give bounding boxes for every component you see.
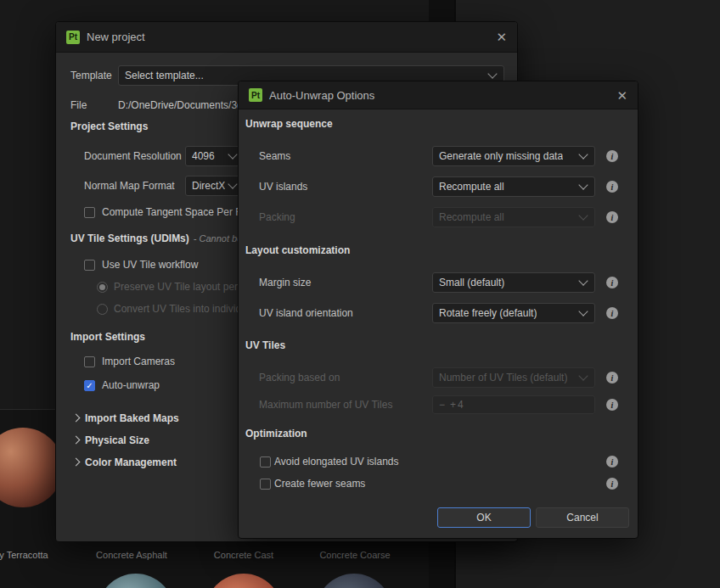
plus-icon: + <box>450 399 456 411</box>
close-icon[interactable]: ✕ <box>616 89 627 102</box>
file-label: File <box>70 95 87 115</box>
margin-size-select[interactable]: Small (default) <box>432 272 595 293</box>
max-uv-tiles-label: Maximum number of UV Tiles <box>259 395 392 415</box>
uv-tile-settings-header-text: UV Tile Settings (UDIMs) <box>70 232 189 244</box>
chevron-right-icon <box>72 436 81 445</box>
uv-tile-settings-header: UV Tile Settings (UDIMs)- Cannot be c <box>70 232 250 245</box>
chevron-down-icon <box>578 210 588 220</box>
use-uv-tile-label: Use UV Tile workflow <box>102 255 198 275</box>
chevron-down-icon <box>228 179 237 188</box>
auto-unwrap-titlebar: Pt Auto-Unwrap Options ✕ <box>239 81 638 109</box>
import-cameras-label: Import Cameras <box>102 351 175 372</box>
packing-based-on-label: Packing based on <box>259 367 340 388</box>
auto-unwrap-label: Auto-unwrap <box>102 375 160 395</box>
uv-tiles-header: UV Tiles <box>245 339 285 352</box>
shelf-label: Concrete Coarse <box>300 550 410 562</box>
auto-unwrap-checkbox[interactable]: ✓ <box>84 380 95 391</box>
convert-uv-tiles-radio <box>97 304 108 315</box>
cancel-button[interactable]: Cancel <box>536 507 629 528</box>
chevron-down-icon <box>487 69 497 78</box>
normal-map-format-label: Normal Map Format <box>84 176 175 196</box>
normal-map-format-value: DirectX <box>192 180 225 192</box>
document-resolution-value: 4096 <box>192 150 215 162</box>
create-fewer-seams-label: Create fewer seams <box>274 473 365 494</box>
import-settings-header: Import Settings <box>70 330 145 344</box>
chevron-down-icon <box>578 276 588 285</box>
info-icon[interactable]: i <box>606 307 618 319</box>
group-physical-size[interactable]: Physical Size <box>85 434 149 447</box>
new-project-titlebar: Pt New project ✕ <box>56 22 517 53</box>
info-icon[interactable]: i <box>606 277 618 288</box>
info-icon[interactable]: i <box>606 399 618 411</box>
packing-select-value: Recompute all <box>439 211 504 223</box>
info-icon[interactable]: i <box>606 478 618 490</box>
avoid-elongated-label: Avoid elongated UV islands <box>274 451 399 472</box>
minus-icon: − <box>439 399 445 411</box>
layout-customization-header: Layout customization <box>245 244 350 257</box>
uv-islands-select-value: Recompute all <box>439 181 504 193</box>
packing-based-on-select-value: Number of UV Tiles (default) <box>439 372 567 384</box>
info-icon[interactable]: i <box>606 211 618 223</box>
app-root: y Terracotta Concrete Asphalt Concrete C… <box>0 0 720 588</box>
uv-island-orientation-label: UV island orientation <box>259 303 353 323</box>
margin-size-select-value: Small (default) <box>439 277 504 288</box>
optimization-header: Optimization <box>245 427 307 440</box>
template-select-value: Select template... <box>125 70 204 81</box>
shelf-label: Concrete Asphalt <box>76 550 187 562</box>
preserve-uv-layout-label: Preserve UV Tile layout per m <box>114 277 249 297</box>
chevron-right-icon <box>72 458 81 467</box>
packing-label: Packing <box>259 207 295 227</box>
shelf-label: Concrete Cast <box>188 550 299 562</box>
compute-tangent-checkbox[interactable] <box>84 207 95 218</box>
template-label: Template <box>70 65 112 86</box>
document-resolution-select[interactable]: 4096 <box>185 146 245 166</box>
auto-unwrap-options-dialog: Pt Auto-Unwrap Options ✕ Unwrap sequence… <box>238 81 638 539</box>
project-settings-header: Project Settings <box>70 120 148 133</box>
seams-select[interactable]: Generate only missing data <box>432 146 595 166</box>
max-uv-tiles-value: 4 <box>458 399 464 411</box>
seams-label: Seams <box>259 146 290 166</box>
info-icon[interactable]: i <box>606 150 618 162</box>
uv-island-orientation-select[interactable]: Rotate freely (default) <box>432 303 595 323</box>
unwrap-sequence-header: Unwrap sequence <box>245 117 333 131</box>
chevron-down-icon <box>578 149 588 159</box>
seams-select-value: Generate only missing data <box>439 150 563 162</box>
shelf-label: y Terracotta <box>0 550 79 562</box>
chevron-down-icon <box>578 371 588 380</box>
import-cameras-checkbox[interactable] <box>84 356 95 367</box>
chevron-down-icon <box>578 306 588 316</box>
group-color-management[interactable]: Color Management <box>85 456 177 469</box>
uv-islands-select[interactable]: Recompute all <box>432 176 595 197</box>
use-uv-tile-checkbox[interactable] <box>84 260 95 271</box>
new-project-title: New project <box>87 31 145 43</box>
info-icon[interactable]: i <box>606 372 618 384</box>
uv-islands-label: UV islands <box>259 176 307 197</box>
close-icon[interactable]: ✕ <box>496 31 507 43</box>
compute-tangent-label: Compute Tangent Space Per Fra <box>102 202 250 222</box>
painter-logo-icon: Pt <box>66 31 80 44</box>
packing-select: Recompute all <box>432 207 595 227</box>
document-resolution-label: Document Resolution <box>84 146 182 166</box>
ok-button[interactable]: OK <box>437 507 531 528</box>
info-icon[interactable]: i <box>606 456 618 468</box>
file-path-value: D:/OneDrive/Documents/3d <box>118 95 243 115</box>
chevron-down-icon <box>578 180 588 189</box>
packing-based-on-select: Number of UV Tiles (default) <box>432 367 595 388</box>
chevron-right-icon <box>72 414 81 423</box>
uv-island-orientation-select-value: Rotate freely (default) <box>439 307 537 319</box>
chevron-down-icon <box>228 149 237 159</box>
avoid-elongated-checkbox[interactable] <box>260 456 271 468</box>
max-uv-tiles-stepper: − + 4 <box>432 395 595 414</box>
auto-unwrap-title: Auto-Unwrap Options <box>269 89 374 102</box>
info-icon[interactable]: i <box>606 181 618 193</box>
group-import-baked-maps[interactable]: Import Baked Maps <box>85 412 179 425</box>
preserve-uv-layout-radio <box>97 282 108 293</box>
create-fewer-seams-checkbox[interactable] <box>260 479 271 490</box>
painter-logo-icon: Pt <box>249 88 262 102</box>
margin-size-label: Margin size <box>259 272 311 293</box>
normal-map-format-select[interactable]: DirectX <box>185 176 245 196</box>
convert-uv-tiles-label: Convert UV Tiles into individ <box>114 299 241 319</box>
